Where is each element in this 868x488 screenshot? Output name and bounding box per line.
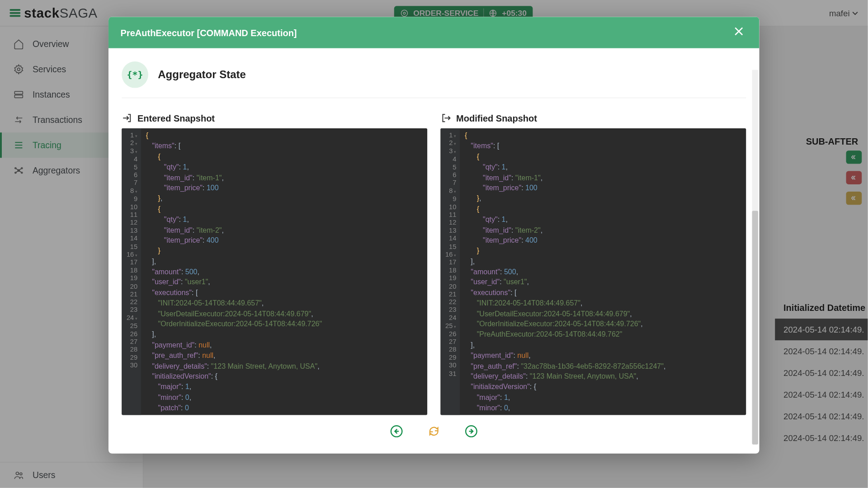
entered-label: Entered Snapshot	[137, 113, 215, 123]
refresh-button[interactable]	[427, 425, 440, 438]
entered-snapshot: Entered Snapshot 12345678910111213141516…	[122, 113, 427, 415]
aggregator-icon: {*}	[122, 61, 148, 88]
modal-footer	[122, 415, 746, 451]
modified-label: Modified Snapshot	[456, 113, 537, 123]
section-head: {*} Aggregator State	[122, 56, 746, 98]
modified-code[interactable]: 1234567891011121314151617181920212223242…	[440, 128, 746, 415]
prev-button[interactable]	[390, 425, 403, 438]
entered-code[interactable]: 1234567891011121314151617181920212223242…	[122, 128, 427, 415]
section-title: Aggregator State	[158, 68, 246, 81]
modal-scrollbar-thumb[interactable]	[752, 211, 758, 445]
exit-icon	[440, 113, 451, 123]
modal-header: PreAuthExecutor [COMMAND Execution]	[108, 17, 760, 48]
modal: PreAuthExecutor [COMMAND Execution] {*} …	[108, 17, 760, 453]
next-button[interactable]	[465, 425, 478, 438]
enter-icon	[122, 113, 132, 123]
modified-snapshot: Modified Snapshot 1234567891011121314151…	[440, 113, 746, 415]
close-icon[interactable]	[733, 25, 747, 40]
modal-title: PreAuthExecutor [COMMAND Execution]	[121, 28, 297, 38]
